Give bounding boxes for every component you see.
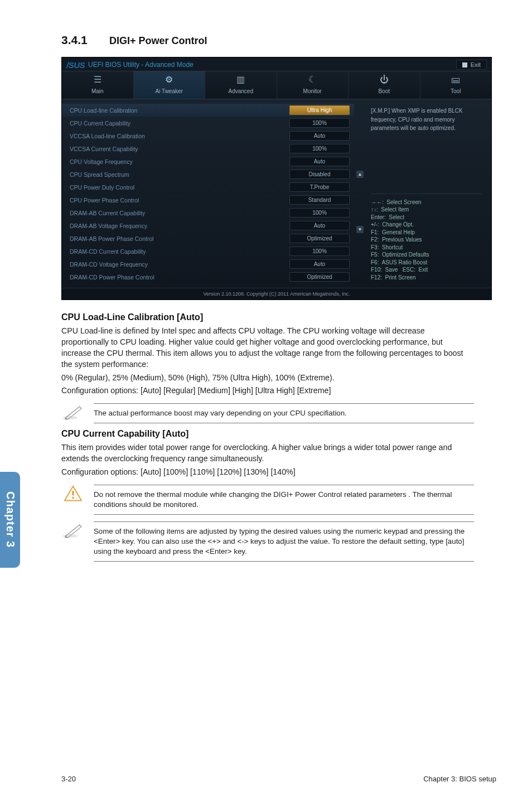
note-adjust: Some of the following items are adjusted… xyxy=(61,521,474,562)
tab-advanced[interactable]: ▥ Advanced xyxy=(205,71,277,99)
setting-row[interactable]: DRAM-AB Current Capability100% xyxy=(62,206,354,219)
para: This item provides wider total power ran… xyxy=(61,442,474,465)
setting-value[interactable]: Standard xyxy=(289,195,350,205)
setting-row[interactable]: CPU Spread SpectrumDisabled xyxy=(62,168,354,181)
setting-label: CPU Spread Spectrum xyxy=(70,171,289,178)
setting-label: VCCSA Current Capability xyxy=(70,146,289,152)
tab-main[interactable]: ☰ Main xyxy=(62,71,134,99)
tab-label: Main xyxy=(91,88,104,94)
bios-titlebar: /SUS UEFI BIOS Utility - Advanced Mode E… xyxy=(62,57,491,71)
pencil-icon xyxy=(61,403,85,421)
setting-label: CPU Power Phase Control xyxy=(70,197,289,204)
setting-value[interactable]: 100% xyxy=(289,144,350,153)
setting-label: CPU Current Capability xyxy=(70,120,289,127)
setting-row[interactable]: CPU Current Capability100% xyxy=(62,117,354,129)
note-text: Do not remove the thermal module while c… xyxy=(94,485,474,515)
setting-label: DRAM-CD Voltage Frequency xyxy=(70,261,289,268)
setting-value[interactable]: Optimized xyxy=(289,234,350,243)
tab-label: Ai Tweaker xyxy=(156,88,183,94)
setting-label: VCCSA Load-line Calibration xyxy=(70,133,289,139)
setting-value[interactable]: 100% xyxy=(289,118,350,128)
setting-value[interactable]: Disabled xyxy=(289,170,350,179)
brand-logo: /SUS xyxy=(66,60,85,70)
bios-screenshot: /SUS UEFI BIOS Utility - Advanced Mode E… xyxy=(61,57,492,300)
exit-button[interactable]: Exit xyxy=(456,60,487,70)
help-line: F6: ASUS Ratio Boost xyxy=(371,259,482,267)
note-warning: Do not remove the thermal module while c… xyxy=(61,485,474,515)
setting-row[interactable]: DRAM-AB Voltage FrequencyAuto xyxy=(62,219,354,232)
gauge-icon: ☾ xyxy=(308,75,316,85)
tool-icon: 🖴 xyxy=(451,75,460,85)
bios-help-panel: [X.M.P.] When XMP is enabled BLCK freque… xyxy=(364,99,491,288)
tab-boot[interactable]: ⏻ Boot xyxy=(349,71,420,99)
svg-point-5 xyxy=(72,496,74,499)
tab-label: Boot xyxy=(378,88,390,94)
setting-row[interactable]: DRAM-AB Power Phase ControlOptimized xyxy=(62,232,354,245)
bios-footer: Version 2.10.1208. Copyright (C) 2011 Am… xyxy=(62,288,491,299)
setting-row[interactable]: CPU Power Phase ControlStandard xyxy=(62,194,354,206)
setting-value[interactable]: Ultra High xyxy=(289,105,350,115)
section-number: 3.4.1 xyxy=(61,33,109,47)
setting-label: DRAM-AB Power Phase Control xyxy=(70,235,289,242)
setting-row[interactable]: DRAM-CD Current Capability100% xyxy=(62,245,354,258)
setting-row[interactable]: VCCSA Load-line CalibrationAuto xyxy=(62,129,354,142)
help-line: F5: Optimized Defaults xyxy=(371,251,482,259)
chip-icon: ▥ xyxy=(236,75,245,85)
subhead-cll: CPU Load-Line Calibration [Auto] xyxy=(61,312,474,322)
setting-label: DRAM-AB Voltage Frequency xyxy=(70,223,289,229)
gear-icon: ⚙ xyxy=(165,75,173,85)
tab-label: Monitor xyxy=(303,88,322,94)
help-line: →←: Select Screen xyxy=(371,199,482,206)
page-number: 3-20 xyxy=(61,775,76,783)
setting-label: DRAM-AB Current Capability xyxy=(70,210,289,216)
setting-value[interactable]: Optimized xyxy=(289,272,350,282)
setting-label: DRAM-CD Power Phase Control xyxy=(70,274,289,281)
svg-rect-4 xyxy=(72,490,74,495)
help-line: +/-: Change Opt. xyxy=(371,221,482,229)
help-line: Enter: Select xyxy=(371,214,482,221)
setting-value[interactable]: 100% xyxy=(289,208,350,218)
scrollbar[interactable]: ▲ ▼ xyxy=(356,104,364,283)
tab-ai-tweaker[interactable]: ⚙ Ai Tweaker xyxy=(134,71,206,99)
tab-tool[interactable]: 🖴 Tool xyxy=(420,71,492,99)
help-line: F10: Save ESC: Exit xyxy=(371,266,482,274)
help-line: F12: Print Screen xyxy=(371,274,482,282)
bios-tabs: ☰ Main ⚙ Ai Tweaker ▥ Advanced ☾ Monitor… xyxy=(62,71,491,99)
pencil-icon xyxy=(61,521,85,539)
tab-monitor[interactable]: ☾ Monitor xyxy=(277,71,349,99)
setting-value[interactable]: Auto xyxy=(289,259,350,269)
setting-row[interactable]: CPU Voltage FrequencyAuto xyxy=(62,155,354,168)
exit-label: Exit xyxy=(471,61,481,68)
chapter-footer: Chapter 3: BIOS setup xyxy=(423,775,496,783)
help-line: F2: Previous Values xyxy=(371,236,482,244)
para: Configuration options: [Auto] [100%] [11… xyxy=(61,467,474,478)
section-title: DIGI+ Power Control xyxy=(109,35,207,47)
setting-label: CPU Load-line Calibration xyxy=(70,107,289,114)
note-performance: The actual performance boost may vary de… xyxy=(61,403,474,423)
setting-row[interactable]: CPU Load-line CalibrationUltra High xyxy=(62,104,354,117)
setting-value[interactable]: T.Probe xyxy=(289,182,350,192)
setting-value[interactable]: Auto xyxy=(289,157,350,166)
setting-row[interactable]: DRAM-CD Voltage FrequencyAuto xyxy=(62,258,354,270)
setting-row[interactable]: CPU Power Duty ControlT.Probe xyxy=(62,181,354,194)
setting-value[interactable]: Auto xyxy=(289,221,350,230)
scroll-down-icon[interactable]: ▼ xyxy=(356,226,364,233)
info-line: frequency, CPU ratio and memory xyxy=(371,116,482,124)
exit-icon xyxy=(462,62,467,67)
warning-icon xyxy=(61,485,85,503)
setting-row[interactable]: DRAM-CD Power Phase ControlOptimized xyxy=(62,270,354,283)
para: CPU Load-line is defined by Intel spec a… xyxy=(61,326,474,370)
setting-row[interactable]: VCCSA Current Capability100% xyxy=(62,142,354,155)
subhead-ccc: CPU Current Capability [Auto] xyxy=(61,429,474,439)
para: Configuration options: [Auto] [Regular] … xyxy=(61,385,474,397)
power-icon: ⏻ xyxy=(380,75,389,85)
info-line: parameters will be auto optimized. xyxy=(371,124,482,132)
setting-label: CPU Power Duty Control xyxy=(70,184,289,191)
setting-value[interactable]: 100% xyxy=(289,247,350,256)
help-line: F1: General Help xyxy=(371,229,482,236)
scroll-up-icon[interactable]: ▲ xyxy=(356,171,364,178)
setting-value[interactable]: Auto xyxy=(289,131,350,141)
tab-label: Advanced xyxy=(229,88,253,94)
chapter-tab: Chapter 3 xyxy=(0,472,20,568)
note-text: Some of the following items are adjusted… xyxy=(94,521,474,562)
